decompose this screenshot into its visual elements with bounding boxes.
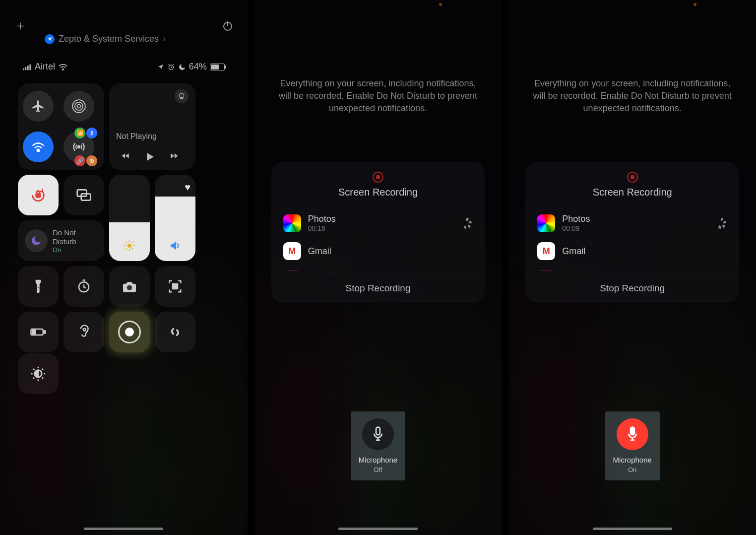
airdrop-toggle[interactable]	[63, 91, 94, 122]
microphone-icon	[362, 418, 394, 450]
alarm-icon	[167, 63, 175, 71]
low-power-button[interactable]	[18, 312, 59, 352]
recording-indicator-icon	[627, 172, 638, 183]
sun-icon	[123, 239, 136, 252]
panel-screenrecord-mic-on: Everything on your screen, including not…	[508, 0, 756, 535]
svg-point-12	[78, 146, 80, 148]
airplay-icon[interactable]	[175, 89, 189, 103]
location-status-row[interactable]: Zepto & System Services ›	[45, 34, 166, 44]
home-indicator[interactable]	[84, 528, 163, 530]
hotspot-badge-icon: ⊕	[86, 155, 97, 166]
gmail-app-icon: M	[537, 242, 555, 260]
connectivity-tile[interactable]: 📶 🔗 ⊕	[18, 83, 104, 170]
mic-label: Microphone	[359, 456, 397, 464]
status-bar: Airtel 64%	[23, 62, 225, 72]
screen-mirroring-button[interactable]	[63, 175, 104, 215]
timer-button[interactable]	[63, 266, 104, 307]
svg-rect-4	[27, 66, 29, 70]
svg-rect-2	[23, 68, 24, 70]
recording-target-row[interactable]: Photos 00:16	[271, 209, 485, 237]
panel-control-center: ＋ Zepto & System Services › Airtel	[0, 0, 248, 535]
signal-icon	[23, 64, 32, 70]
microphone-toggle[interactable]: Microphone Off	[351, 411, 405, 480]
orientation-lock-toggle[interactable]	[18, 175, 59, 215]
cellular-toggle[interactable]: 📶 🔗 ⊕	[63, 132, 94, 162]
screen-recording-card: Screen Recording Photos 00:16 M Gmail In…	[271, 162, 485, 303]
mic-label: Microphone	[613, 456, 651, 464]
microphone-toggle[interactable]: Microphone On	[605, 411, 660, 480]
bluetooth-badge-icon	[86, 128, 97, 138]
svg-line-24	[126, 248, 126, 249]
recording-description: Everything on your screen, including not…	[274, 77, 482, 115]
svg-rect-45	[630, 427, 634, 435]
qr-scan-button[interactable]	[155, 266, 195, 307]
speaker-icon	[169, 239, 182, 252]
shazam-button[interactable]	[155, 312, 195, 352]
microphone-icon	[617, 418, 648, 450]
svg-point-28	[127, 285, 132, 290]
location-icon	[157, 64, 164, 70]
forward-icon[interactable]	[168, 151, 181, 163]
privacy-indicator-icon	[693, 3, 696, 6]
recording-title: Screen Recording	[525, 187, 739, 198]
recording-target-row[interactable]: Photos 00:09	[525, 209, 739, 237]
mic-state: On	[628, 466, 636, 473]
power-button[interactable]	[222, 20, 234, 32]
home-indicator[interactable]	[593, 528, 672, 530]
instagram-app-icon	[283, 270, 301, 270]
stop-recording-button[interactable]: Stop Recording	[525, 273, 739, 303]
dnd-state: On	[53, 246, 76, 254]
svg-point-8	[77, 105, 81, 108]
svg-rect-44	[376, 427, 380, 435]
svg-line-43	[42, 369, 43, 370]
media-tile[interactable]: Not Playing	[109, 83, 195, 170]
do-not-disturb-toggle[interactable]: Do Not Disturb On	[18, 220, 104, 261]
rewind-icon[interactable]	[119, 151, 132, 163]
home-indicator[interactable]	[338, 528, 418, 530]
hearing-button[interactable]	[63, 312, 104, 352]
gmail-app-icon: M	[283, 242, 301, 260]
app-name-label: Gmail	[308, 246, 331, 257]
recording-indicator-icon	[373, 172, 383, 183]
add-controls-button[interactable]: ＋	[14, 17, 27, 34]
airplane-mode-toggle[interactable]	[23, 91, 54, 122]
recording-target-row[interactable]: M Gmail	[271, 237, 485, 265]
stop-recording-button[interactable]: Stop Recording	[271, 273, 485, 303]
panel-screenrecord-mic-off: Everything on your screen, including not…	[254, 0, 502, 535]
flashlight-button[interactable]	[18, 266, 59, 307]
screen-record-button[interactable]	[109, 312, 150, 352]
favorite-icon: ♥	[185, 182, 190, 193]
svg-rect-31	[44, 331, 45, 334]
dark-mode-button[interactable]	[18, 353, 59, 394]
svg-line-42	[33, 378, 34, 379]
svg-point-34	[168, 325, 182, 339]
play-icon[interactable]	[144, 151, 156, 163]
cellular-badge-icon: 📶	[74, 128, 85, 138]
recording-description: Everything on your screen, including not…	[528, 77, 736, 115]
moon-icon	[178, 63, 186, 71]
app-name-label: Photos	[308, 214, 336, 224]
recording-target-row[interactable]: Instagram	[271, 265, 485, 270]
volume-slider[interactable]: ♥ ♪	[155, 175, 195, 261]
recording-target-row[interactable]: M Gmail	[525, 237, 739, 265]
wifi-toggle[interactable]	[23, 132, 54, 162]
app-sub-label: 00:16	[308, 224, 336, 232]
svg-point-17	[127, 244, 132, 248]
dnd-label: Do Not Disturb	[53, 228, 76, 246]
record-icon	[118, 321, 141, 343]
brightness-slider[interactable]	[109, 175, 150, 261]
privacy-indicator-icon	[439, 3, 442, 6]
svg-point-26	[38, 287, 39, 288]
carrier-label: Airtel	[35, 62, 55, 72]
location-arrow-icon	[45, 34, 55, 44]
mic-state: Off	[374, 466, 382, 473]
svg-rect-14	[36, 194, 41, 197]
svg-point-33	[83, 329, 86, 331]
photos-app-icon	[283, 214, 301, 232]
camera-button[interactable]	[109, 266, 150, 307]
svg-point-11	[37, 149, 40, 152]
loading-spinner-icon	[715, 218, 726, 229]
battery-pct: 64%	[189, 62, 207, 72]
svg-line-40	[33, 369, 34, 370]
recording-target-row[interactable]: Instagram	[525, 265, 739, 270]
